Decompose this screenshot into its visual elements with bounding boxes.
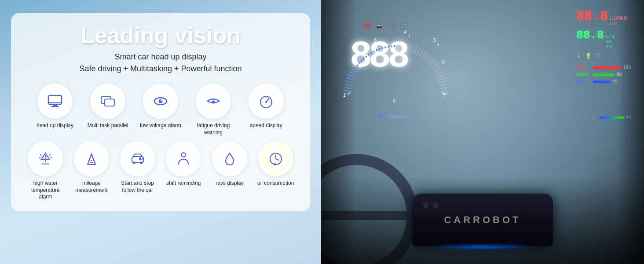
svg-point-18 <box>45 158 46 159</box>
hud-fuel-unit2: L/H <box>610 21 627 26</box>
svg-point-29 <box>133 161 135 164</box>
left-panel: Leading vision Smart car head up display… <box>0 0 321 264</box>
hud-temp-num: 88.8 <box>576 29 604 42</box>
feature-oil-consumption: S oil consumption <box>254 141 297 201</box>
svg-point-8 <box>161 100 162 101</box>
feature-start-stop: Start and stop follow the car <box>116 141 159 201</box>
hud-container: 888 1 2 3 4 5 6 7 0 <box>339 7 635 125</box>
speedometer-icon <box>258 93 274 110</box>
road-icon <box>83 150 100 167</box>
hud-kmh-num: 80 <box>617 72 622 77</box>
hud-rpm-label: RPM <box>576 79 590 84</box>
cards-icon <box>99 93 116 110</box>
hud-mph-bar-row: MPH 120 <box>576 65 631 70</box>
speed-display-label: speed display <box>250 122 282 129</box>
feature-mileage: mileage measurement <box>70 141 113 201</box>
svg-point-33 <box>181 153 186 157</box>
svg-line-20 <box>40 154 41 156</box>
hud-warning-icons: ! 📷 ≡ 🔊 <box>363 22 408 30</box>
hud-arrow-indicator: ▲ <box>376 109 385 119</box>
feature-card: Leading vision Smart car head up display… <box>11 13 310 211</box>
hud-mph-bar <box>593 66 621 69</box>
hud-kmh-bar-row: KM/H 80 <box>576 72 631 77</box>
svg-text:4: 4 <box>404 29 406 35</box>
camera-dot-1 <box>423 202 428 208</box>
temp-bottom-num: 40 <box>626 115 631 120</box>
siren-icon <box>37 150 54 167</box>
hud-status-icons: 🌡 🔋 ⏱ <box>576 53 631 59</box>
feature-shift-reminding: shift reminding <box>162 141 205 201</box>
battery-icon: 🔋 <box>585 53 592 59</box>
svg-text:5: 5 <box>433 37 436 43</box>
mileage-label: mileage measurement <box>70 180 113 194</box>
svg-text:3: 3 <box>374 37 377 43</box>
svg-line-21 <box>49 154 51 156</box>
high-water-temp-label: high water temperature alarm <box>24 180 67 201</box>
device-cameras <box>423 202 438 208</box>
clock-icon: ⏱ <box>595 53 600 59</box>
features-row-1: head up display Multi task parallel <box>24 84 297 136</box>
drop-icon <box>221 150 238 167</box>
warn-icon-4: 🔊 <box>400 22 408 30</box>
svg-text:1: 1 <box>343 92 346 98</box>
svg-point-30 <box>140 161 143 164</box>
main-title: Leading vision <box>80 22 241 48</box>
feature-fatigue-driving: fatigue driving warning <box>190 84 237 136</box>
sleepy-eye-icon <box>205 93 222 110</box>
person-icon <box>175 150 192 167</box>
start-stop-label: Start and stop follow the car <box>116 180 159 194</box>
fatigue-driving-icon-circle <box>196 84 231 119</box>
warn-icon-3: ≡ <box>388 22 395 30</box>
hud-kmh-bar <box>593 73 615 76</box>
warn-icon-2: 📷 <box>375 22 383 30</box>
start-stop-icon-circle <box>120 141 155 176</box>
svg-text:7: 7 <box>443 92 446 98</box>
svg-point-12 <box>265 101 267 103</box>
svg-rect-1 <box>53 104 57 106</box>
svg-rect-24 <box>41 163 49 165</box>
hud-kmh-label: KM/H <box>576 72 590 77</box>
feature-head-up-display: head up display <box>31 84 79 136</box>
svg-rect-2 <box>51 106 59 107</box>
right-panel: 888 1 2 3 4 5 6 7 0 <box>321 0 644 264</box>
svg-line-42 <box>437 43 439 46</box>
hud-rpm-num: 40 <box>612 79 617 84</box>
feature-high-water-temp: high water temperature alarm <box>24 141 67 201</box>
multi-task-icon-circle <box>90 84 125 119</box>
hud-fuel-num: 88.8 <box>576 9 608 24</box>
car-stop-icon <box>129 150 146 167</box>
clock-s-icon: S <box>267 150 284 167</box>
features-row-2: high water temperature alarm mileage mea… <box>24 141 297 201</box>
multi-task-label: Multi task parallel <box>88 122 128 129</box>
svg-point-7 <box>159 99 163 103</box>
revs-display-icon-circle <box>212 141 247 176</box>
svg-rect-5 <box>105 99 114 106</box>
warn-icon-1: ! <box>363 22 371 30</box>
svg-text:S: S <box>274 162 276 166</box>
device-body: CARROBOT <box>412 194 553 246</box>
hud-fuel-unit1: L/100KM <box>610 16 627 21</box>
head-up-display-icon-circle <box>37 84 73 119</box>
camera-dot-2 <box>433 202 438 208</box>
hud-temp-units: °C °F <box>606 35 615 40</box>
feature-speed-display: speed display <box>242 84 290 136</box>
hud-fuel-row: 88.8 L/100KM L/H <box>576 9 631 26</box>
low-voltage-icon-circle <box>143 84 178 119</box>
device-shape: CARROBOT <box>412 194 553 246</box>
oil-consumption-icon-circle: S <box>258 141 293 176</box>
hud-right-info: 88.8 L/100KM L/H 88.8 °C °F KM V M 🌡 🔋 ⏱ <box>576 9 631 84</box>
hud-mph-label: MPH <box>576 65 590 70</box>
hud-speed-bars: MPH 120 KM/H 80 RPM 40 <box>576 65 631 84</box>
hud-rpm-bar-row: RPM 40 <box>576 79 631 84</box>
hud-temp-units2: KM <box>606 40 615 44</box>
high-water-temp-icon-circle <box>28 141 63 176</box>
mileage-icon-circle <box>74 141 109 176</box>
subtitle: Smart car head up display Safe driving +… <box>79 51 242 75</box>
thermometer-icon: 🌡 <box>576 53 582 59</box>
fatigue-driving-label: fatigue driving warning <box>190 122 237 136</box>
feature-revs-display: revs display <box>209 141 251 201</box>
feature-multi-task: Multi task parallel <box>84 84 132 136</box>
svg-point-9 <box>212 101 215 104</box>
hud-mph-num: 120 <box>623 65 631 70</box>
hud-temp-row: 88.8 °C °F KM V M <box>576 29 631 49</box>
